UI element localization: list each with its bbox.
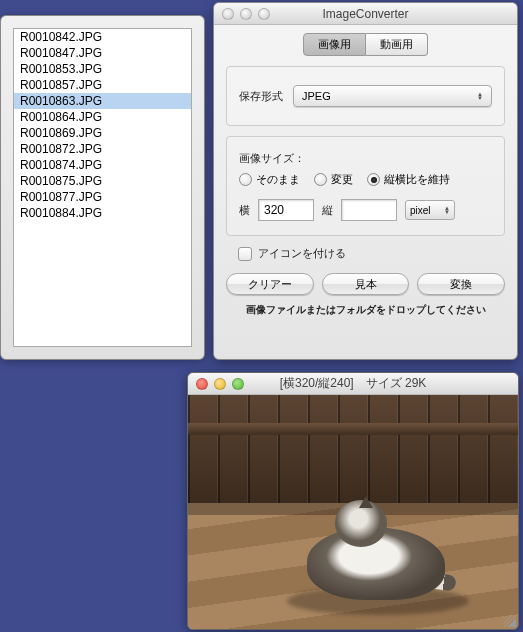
radio-icon (367, 173, 380, 186)
size-section-label: 画像サイズ： (239, 151, 492, 166)
preview-titlebar[interactable]: [横320/縦240] サイズ 29K (188, 373, 518, 395)
sample-button[interactable]: 見本 (322, 273, 410, 295)
minimize-icon[interactable] (240, 8, 252, 20)
radio-keep-ratio[interactable]: 縦横比を維持 (367, 172, 450, 187)
file-item[interactable]: R0010857.JPG (14, 77, 191, 93)
tab-movie[interactable]: 動画用 (366, 33, 428, 56)
chevron-updown-icon: ▲▼ (477, 92, 483, 100)
close-icon[interactable] (222, 8, 234, 20)
file-item[interactable]: R0010872.JPG (14, 141, 191, 157)
clear-button[interactable]: クリアー (226, 273, 314, 295)
width-input[interactable] (258, 199, 314, 221)
format-group: 保存形式 JPEG ▲▼ (226, 66, 505, 126)
tab-bar: 画像用 動画用 (214, 33, 517, 56)
size-group: 画像サイズ： そのまま 変更 縦横比を維持 横 縦 pixel ▲▼ (226, 136, 505, 236)
file-item[interactable]: R0010874.JPG (14, 157, 191, 173)
height-input[interactable] (341, 199, 397, 221)
preview-window: [横320/縦240] サイズ 29K (187, 372, 519, 630)
file-item[interactable]: R0010853.JPG (14, 61, 191, 77)
radio-asis[interactable]: そのまま (239, 172, 300, 187)
close-icon[interactable] (196, 378, 208, 390)
tab-image[interactable]: 画像用 (303, 33, 366, 56)
convert-button[interactable]: 変換 (417, 273, 505, 295)
unit-select[interactable]: pixel ▲▼ (405, 200, 455, 220)
file-drop-panel: R0010842.JPGR0010847.JPGR0010853.JPGR001… (0, 15, 205, 360)
file-item[interactable]: R0010864.JPG (14, 109, 191, 125)
height-label: 縦 (322, 203, 333, 218)
format-select[interactable]: JPEG ▲▼ (293, 85, 492, 107)
format-label: 保存形式 (239, 89, 283, 104)
file-item[interactable]: R0010875.JPG (14, 173, 191, 189)
radio-change[interactable]: 変更 (314, 172, 353, 187)
file-item[interactable]: R0010884.JPG (14, 205, 191, 221)
file-item[interactable]: R0010847.JPG (14, 45, 191, 61)
cat-image (307, 493, 446, 605)
attach-icon-label: アイコンを付ける (258, 246, 346, 261)
radio-icon (239, 173, 252, 186)
attach-icon-checkbox[interactable] (238, 247, 252, 261)
file-list[interactable]: R0010842.JPGR0010847.JPGR0010853.JPGR001… (13, 28, 192, 347)
main-window: ImageConverter 画像用 動画用 保存形式 JPEG ▲▼ 画像サイ… (213, 2, 518, 360)
unit-value: pixel (410, 205, 431, 216)
drop-hint: 画像ファイルまたはフォルダをドロップしてください (214, 299, 517, 323)
preview-image (188, 395, 518, 629)
chevron-updown-icon: ▲▼ (444, 206, 450, 214)
resize-grip-icon[interactable] (504, 615, 516, 627)
radio-asis-label: そのまま (256, 172, 300, 187)
titlebar[interactable]: ImageConverter (214, 3, 517, 25)
radio-icon (314, 173, 327, 186)
file-item[interactable]: R0010863.JPG (14, 93, 191, 109)
file-item[interactable]: R0010842.JPG (14, 29, 191, 45)
radio-change-label: 変更 (331, 172, 353, 187)
minimize-icon[interactable] (214, 378, 226, 390)
width-label: 横 (239, 203, 250, 218)
radio-keep-ratio-label: 縦横比を維持 (384, 172, 450, 187)
format-value: JPEG (302, 90, 331, 102)
zoom-icon[interactable] (258, 8, 270, 20)
file-item[interactable]: R0010877.JPG (14, 189, 191, 205)
file-item[interactable]: R0010869.JPG (14, 125, 191, 141)
zoom-icon[interactable] (232, 378, 244, 390)
